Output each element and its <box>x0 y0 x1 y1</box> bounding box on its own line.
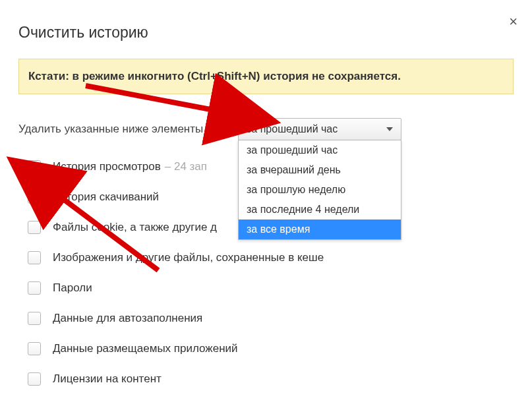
data-type-label: История просмотров <box>53 160 161 173</box>
checkbox[interactable] <box>28 281 41 295</box>
data-type-row: Данные для автозаполнения <box>28 312 514 325</box>
checkbox[interactable] <box>28 160 41 173</box>
time-range-dropdown: за прошедший час за прошедший часза вчер… <box>238 118 401 140</box>
checkbox[interactable] <box>28 372 41 386</box>
time-range-row: Удалить указанные ниже элементы за проше… <box>18 118 514 140</box>
close-icon[interactable]: × <box>509 15 517 29</box>
time-range-label: Удалить указанные ниже элементы <box>18 123 203 136</box>
checkbox[interactable] <box>28 251 41 264</box>
incognito-banner: Кстати: в режиме инкогнито (Ctrl+Shift+N… <box>18 59 514 94</box>
data-type-row: Лицензии на контент <box>28 372 514 386</box>
data-type-row: Пароли <box>28 281 514 295</box>
data-type-row: Данные размещаемых приложений <box>28 342 514 355</box>
chevron-down-icon <box>386 127 393 131</box>
time-range-selected: за прошедший час <box>247 123 338 135</box>
data-type-label: История скачиваний <box>53 191 159 204</box>
dialog-title: Очистить историю <box>18 24 514 42</box>
time-range-option[interactable]: за последние 4 недели <box>239 200 401 220</box>
time-range-option[interactable]: за все время <box>239 220 401 239</box>
banner-prefix: Кстати: <box>28 70 73 82</box>
data-type-label: Данные для автозаполнения <box>53 312 202 325</box>
time-range-option[interactable]: за прошлую неделю <box>239 180 401 200</box>
data-type-label: Данные размещаемых приложений <box>53 342 238 355</box>
time-range-select[interactable]: за прошедший час <box>238 118 401 140</box>
time-range-option[interactable]: за вчерашний день <box>239 160 401 180</box>
data-type-label: Лицензии на контент <box>53 372 162 386</box>
data-type-label: Изображения и другие файлы, сохраненные … <box>53 251 324 264</box>
checkbox[interactable] <box>28 221 41 234</box>
banner-text: в режиме инкогнито (Ctrl+Shift+N) истори… <box>73 70 401 82</box>
clear-history-dialog: × Очистить историю Кстати: в режиме инко… <box>0 0 532 412</box>
time-range-option[interactable]: за прошедший час <box>239 140 401 160</box>
checkbox[interactable] <box>28 312 41 325</box>
data-type-row: Изображения и другие файлы, сохраненные … <box>28 251 514 264</box>
time-range-options: за прошедший часза вчерашний деньза прош… <box>238 140 401 240</box>
checkbox[interactable] <box>28 191 41 204</box>
data-type-label: Пароли <box>53 281 92 295</box>
data-type-note: – 24 зап <box>165 160 207 173</box>
data-type-label: Файлы cookie, а также другие д <box>53 221 217 234</box>
checkbox[interactable] <box>28 342 41 355</box>
